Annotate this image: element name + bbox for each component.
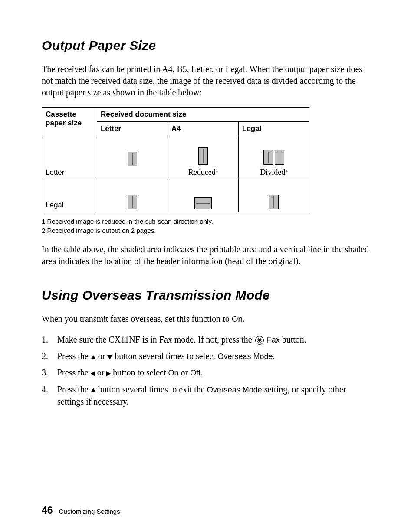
page-icon: [198, 147, 208, 165]
footnote-1: 1 Received image is reduced in the sub-s…: [42, 218, 372, 225]
text-frag: button.: [280, 335, 306, 344]
text-frag: Press the: [57, 351, 91, 361]
footnote-2: 2 Received image is output on 2 pages.: [42, 227, 372, 234]
table-row: Letter Reduced1: [42, 136, 309, 180]
col-header-legal: Legal: [239, 122, 309, 136]
col-header-letter: Letter: [97, 122, 168, 136]
text-frag: button several times to select: [112, 351, 217, 361]
page-icon: [269, 195, 279, 209]
cell-legal-legal: [239, 180, 309, 212]
steps-list: Make sure the CX11NF is in Fax mode. If …: [42, 333, 372, 408]
text-frag: or: [95, 368, 107, 377]
page-icon: [194, 197, 212, 209]
heading-output-paper-size: Output Paper Size: [42, 38, 372, 53]
document-page: Output Paper Size The received fax can b…: [0, 0, 414, 532]
cell-legal-letter: [97, 180, 168, 212]
text-frag: Make sure the CX11NF is in Fax mode. If …: [57, 335, 254, 344]
paper-size-table: Cassette paper size Received document si…: [42, 107, 309, 212]
text-frag: .: [273, 351, 275, 361]
right-triangle-icon: [106, 371, 111, 376]
text-frag: Press the: [57, 368, 91, 377]
ui-word: Off: [190, 369, 200, 377]
table-row: Legal: [42, 180, 309, 212]
up-triangle-icon: [91, 388, 96, 392]
list-item: Press the button several times to exit t…: [42, 383, 372, 408]
list-item: Make sure the CX11NF is in Fax mode. If …: [42, 333, 372, 346]
text-frag: or: [179, 368, 191, 377]
cell-letter-a4: Reduced1: [168, 136, 239, 180]
on-word: On: [232, 314, 243, 323]
caption-reduced: Reduced: [188, 168, 216, 176]
paragraph-output-outro: In the table above, the shaded area indi…: [42, 244, 372, 267]
down-triangle-icon: [107, 355, 112, 359]
row-label-legal: Legal: [42, 180, 97, 212]
heading-overseas-mode: Using Overseas Transmission Mode: [42, 288, 372, 303]
page-icon: [275, 150, 284, 165]
page-footer: 46 Customizing Settings: [42, 505, 120, 516]
list-item: Press the or button several times to sel…: [42, 350, 372, 362]
text-frag: Press the: [57, 385, 91, 394]
fax-icon: [255, 336, 264, 345]
ui-word: On: [168, 369, 179, 377]
table-header-span: Received document size: [97, 108, 309, 122]
text-frag: or: [96, 351, 108, 361]
col-header-a4: A4: [168, 122, 239, 136]
page-number: 46: [42, 505, 53, 516]
row-label-letter: Letter: [42, 136, 97, 180]
ui-word: Overseas Mode: [207, 385, 262, 394]
left-triangle-icon: [91, 371, 95, 376]
text-frag: button to select: [111, 368, 168, 377]
page-icon: [263, 150, 273, 165]
cell-legal-a4: [168, 180, 239, 212]
corner-line1: Cassette: [46, 110, 76, 118]
text-frag: .: [243, 314, 245, 323]
text-frag: .: [200, 368, 203, 377]
table-corner-header: Cassette paper size: [42, 108, 97, 136]
caption-divided: Divided: [260, 168, 285, 176]
list-item: Press the or button to select On or Off.: [42, 366, 372, 379]
text-frag: button several times to exit the: [96, 385, 207, 394]
page-icon: [128, 195, 137, 209]
paragraph-output-intro: The received fax can be printed in A4, B…: [42, 63, 372, 98]
ui-word: Overseas Mode: [218, 352, 273, 361]
corner-line2: paper size: [46, 119, 82, 127]
ui-word: Fax: [267, 336, 280, 344]
text-frag: When you transmit faxes overseas, set th…: [42, 314, 232, 323]
caption-divided-sup: 2: [285, 167, 288, 173]
chapter-name: Customizing Settings: [59, 508, 120, 515]
cell-letter-letter: [97, 136, 168, 180]
cell-letter-legal: Divided2: [239, 136, 309, 180]
page-icon: [128, 152, 137, 166]
paragraph-overseas-intro: When you transmit faxes overseas, set th…: [42, 313, 372, 325]
caption-reduced-sup: 1: [216, 167, 218, 173]
up-triangle-icon: [91, 355, 96, 359]
